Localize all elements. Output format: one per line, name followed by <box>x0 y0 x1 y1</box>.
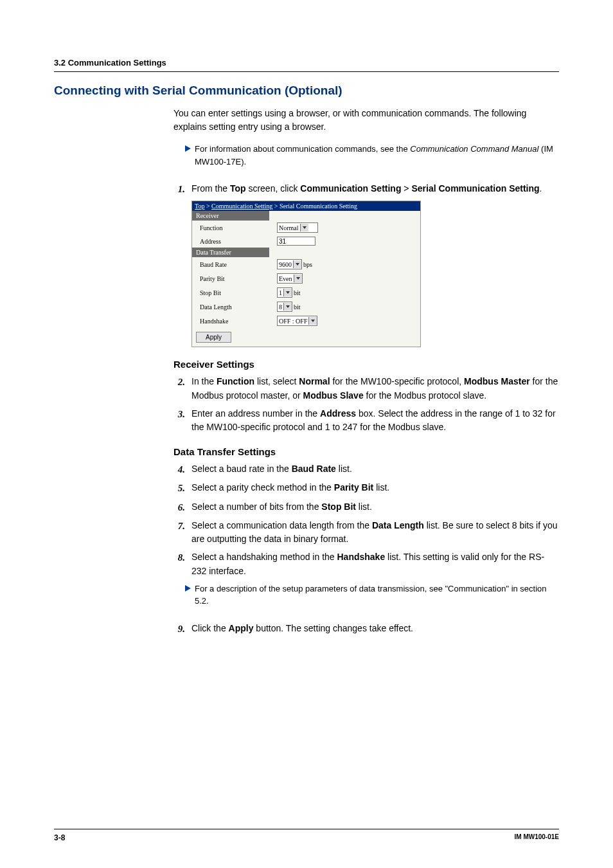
step-text: In the Function list, select Normal for … <box>191 375 559 402</box>
label-baud-rate: Baud Rate <box>192 257 269 271</box>
subhead-receiver: Receiver Settings <box>173 359 559 370</box>
crumb-top[interactable]: Top <box>195 203 204 210</box>
apply-button[interactable]: Apply <box>196 332 231 343</box>
label-parity-bit: Parity Bit <box>192 271 269 285</box>
address-input[interactable] <box>277 237 315 246</box>
crumb-comm-setting[interactable]: Communication Setting <box>211 203 272 210</box>
crumb-current: Serial Communication Setting <box>280 203 357 210</box>
step-text: Select a handshaking method in the Hands… <box>191 550 559 578</box>
unit-bps: bps <box>303 261 312 268</box>
step-text: Enter an address number in the Address b… <box>191 407 559 435</box>
chevron-down-icon[interactable] <box>283 303 292 311</box>
step-text: Click the Apply button. The setting chan… <box>191 622 559 636</box>
step-number: 8. <box>173 550 185 565</box>
handshake-select[interactable]: OFF : OFF <box>277 316 317 326</box>
note-text: For information about communication comm… <box>195 143 559 168</box>
baud-rate-select[interactable]: 9600 <box>277 259 302 269</box>
step-text: From the Top screen, click Communication… <box>191 182 559 196</box>
intro-text: You can enter settings using a browser, … <box>173 107 559 134</box>
step-number: 2. <box>173 375 185 390</box>
unit-bit: bit <box>294 289 301 296</box>
chevron-down-icon[interactable] <box>294 275 302 282</box>
step-text: Select a parity check method in the Pari… <box>191 481 559 495</box>
chevron-down-icon[interactable] <box>283 289 292 296</box>
step-number: 1. <box>173 182 185 197</box>
parity-bit-select[interactable]: Even <box>277 273 303 284</box>
page-number: 3-8 <box>54 833 65 842</box>
chevron-down-icon[interactable] <box>308 317 317 325</box>
step-number: 5. <box>173 481 185 496</box>
chevron-down-icon[interactable] <box>293 260 301 268</box>
label-address: Address <box>192 235 269 248</box>
step-text: Select a number of bits from the Stop Bi… <box>191 500 559 514</box>
label-stop-bit: Stop Bit <box>192 285 269 300</box>
data-length-select[interactable]: 8 <box>277 302 292 312</box>
chevron-down-icon[interactable] <box>300 224 308 231</box>
triangle-icon <box>185 585 191 592</box>
section-receiver: Receiver <box>192 211 269 221</box>
label-handshake: Handshake <box>192 314 269 328</box>
screenshot-panel: Top > Communication Setting > Serial Com… <box>191 201 421 347</box>
note-text: For a description of the setup parameter… <box>195 583 559 608</box>
breadcrumb: Top > Communication Setting > Serial Com… <box>192 201 420 211</box>
section-data-transfer: Data Transfer <box>192 248 269 257</box>
step-number: 4. <box>173 462 185 477</box>
step-number: 6. <box>173 500 185 515</box>
step-text: Select a baud rate in the Baud Rate list… <box>191 462 559 476</box>
step-number: 9. <box>173 622 185 637</box>
label-function: Function <box>192 221 269 235</box>
step-number: 7. <box>173 519 185 534</box>
triangle-icon <box>185 145 191 152</box>
doc-id: IM MW100-01E <box>515 833 559 842</box>
subhead-transfer: Data Transfer Settings <box>173 446 559 457</box>
unit-bit: bit <box>294 303 301 311</box>
function-select[interactable]: Normal <box>277 222 318 233</box>
step-text: Select a communication data length from … <box>191 519 559 547</box>
page-title: Connecting with Serial Communication (Op… <box>54 84 559 98</box>
step-number: 3. <box>173 407 185 422</box>
section-header: 3.2 Communication Settings <box>54 58 559 72</box>
label-data-length: Data Length <box>192 300 269 314</box>
stop-bit-select[interactable]: 1 <box>277 287 292 298</box>
